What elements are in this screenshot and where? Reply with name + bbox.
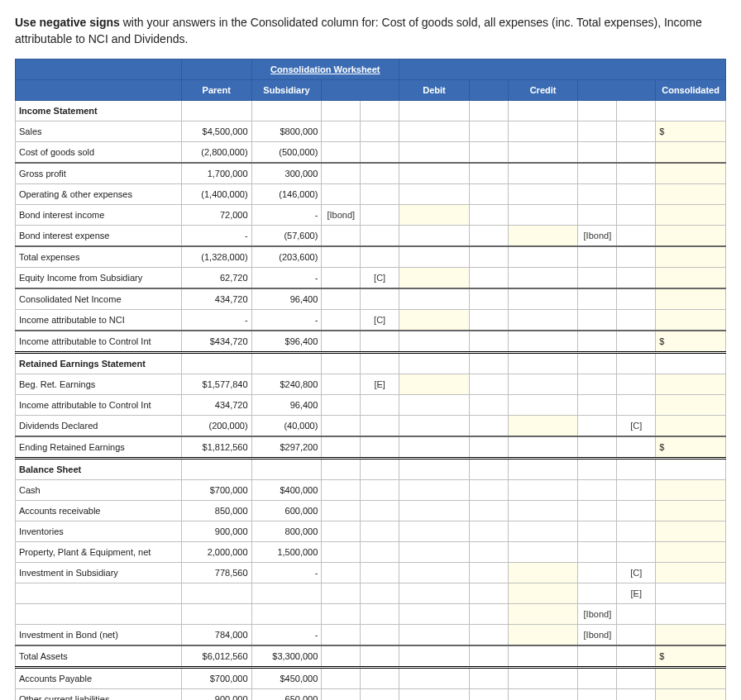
credit-ref1 [469,501,508,521]
credit-ref2 [578,583,617,604]
debit-val[interactable] [399,268,470,289]
debit-ref1 [322,121,361,142]
debit-ref1 [322,480,361,501]
credit-ref1 [469,142,508,164]
parent-val [181,604,251,625]
subsidiary-val: - [251,268,322,289]
consolidated-val[interactable] [656,310,726,331]
credit-val [508,501,578,521]
credit-ref3 [617,436,656,459]
credit-ref2 [578,374,617,395]
consolidated-val[interactable] [656,542,726,563]
credit-ref1 [469,184,508,205]
consolidated-val[interactable] [656,142,726,164]
credit-ref3 [617,288,656,310]
debit-ref1 [322,542,361,563]
debit-val[interactable] [399,310,470,331]
credit-val [508,163,578,184]
debit-ref1 [322,604,361,625]
consolidated-val[interactable] [656,288,726,310]
credit-ref2 [578,563,617,583]
debit-ref1 [322,310,361,331]
label: Inventories [16,521,182,542]
credit-ref2: [Ibond] [578,604,617,625]
credit-ref1 [469,521,508,542]
consolidated-val[interactable]: $ [656,121,726,142]
debit-val[interactable] [399,374,470,395]
subsidiary-val [251,604,322,625]
label: Income attributable to Control Int [16,395,182,416]
parent-val: 1,700,000 [181,163,251,184]
subsidiary-val: (40,000) [251,416,322,437]
debit-ref2 [361,246,399,268]
label: Bond interest expense [16,226,182,247]
credit-ref1 [469,163,508,184]
consolidated-val[interactable] [656,374,726,395]
credit-val[interactable] [508,625,578,646]
credit-ref3 [617,542,656,563]
consolidated-val[interactable] [656,205,726,226]
credit-val[interactable] [508,583,578,604]
parent-val: (2,800,000) [181,142,251,164]
consolidated-val[interactable]: $ [656,331,726,353]
credit-ref2 [578,395,617,416]
credit-ref3 [617,521,656,542]
debit-ref1 [322,645,361,668]
consolidated-val[interactable] [656,163,726,184]
debit-ref1 [322,331,361,353]
consolidated-val[interactable] [656,184,726,205]
debit-ref1 [322,163,361,184]
parent-val: - [181,226,251,247]
consolidated-val[interactable] [656,268,726,289]
credit-ref1 [469,288,508,310]
consolidated-val[interactable] [656,501,726,521]
label: Income attributable to NCI [16,310,182,331]
credit-val[interactable] [508,416,578,437]
label: Accounts Payable [16,668,182,689]
debit-val [399,501,470,521]
debit-ref2 [361,121,399,142]
debit-ref2 [361,668,399,689]
debit-val[interactable] [399,205,470,226]
credit-ref3 [617,184,656,205]
consolidated-val[interactable] [656,480,726,501]
credit-val [508,668,578,689]
consolidated-val[interactable] [656,246,726,268]
debit-val [399,625,470,646]
label: Total expenses [16,246,182,268]
consolidated-val[interactable] [656,563,726,583]
consolidated-val[interactable] [656,668,726,689]
debit-ref1: [Ibond] [322,205,361,226]
section-header: Balance Sheet [16,459,182,480]
consolidated-val[interactable]: $ [656,436,726,459]
credit-ref1 [469,480,508,501]
debit-ref2 [361,583,399,604]
debit-ref2 [361,501,399,521]
consolidated-val[interactable]: $ [656,645,726,668]
credit-val [508,142,578,164]
credit-val [508,395,578,416]
consolidated-val[interactable] [656,521,726,542]
debit-ref2: [E] [361,374,399,395]
consolidated-val[interactable] [656,395,726,416]
debit-ref1 [322,288,361,310]
credit-ref2 [578,542,617,563]
col-debit: Debit [399,80,470,101]
credit-ref1 [469,416,508,437]
subsidiary-val: - [251,310,322,331]
consolidated-val[interactable] [656,416,726,437]
consolidated-val[interactable] [656,226,726,247]
consolidated-val[interactable] [656,689,726,700]
credit-val[interactable] [508,226,578,247]
credit-val[interactable] [508,563,578,583]
credit-val [508,436,578,459]
credit-val[interactable] [508,604,578,625]
parent-val: 434,720 [181,395,251,416]
credit-ref1 [469,226,508,247]
credit-ref1 [469,625,508,646]
credit-ref2 [578,268,617,289]
label: Income attributable to Control Int [16,331,182,353]
credit-ref3 [617,395,656,416]
subsidiary-val: 1,500,000 [251,542,322,563]
consolidated-val[interactable] [656,625,726,646]
